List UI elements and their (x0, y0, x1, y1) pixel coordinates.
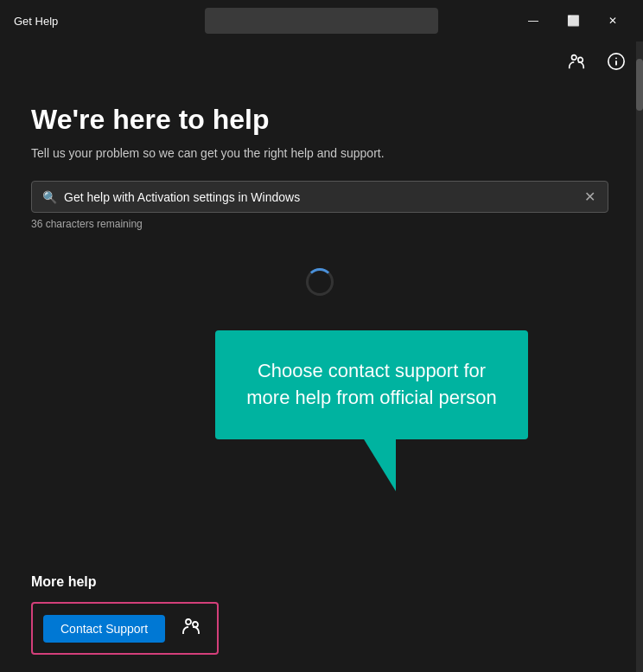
subtext: Tell us your problem so we can get you t… (31, 146, 608, 160)
window-title: Get Help (14, 15, 58, 28)
info-icon-button[interactable] (603, 48, 629, 79)
app-window: Get Help — ⬜ ✕ (0, 0, 643, 672)
search-input-wrapper[interactable]: 🔍 ✕ (31, 181, 608, 213)
svg-point-0 (572, 55, 577, 60)
contact-support-button[interactable]: Contact Support (43, 615, 165, 643)
clear-search-button[interactable]: ✕ (583, 189, 597, 205)
headline: We're here to help (31, 103, 608, 136)
people-icon-button[interactable] (563, 48, 589, 79)
loading-area (31, 251, 608, 330)
svg-point-6 (193, 622, 198, 627)
svg-point-5 (186, 619, 191, 624)
main-content: We're here to help Tell us your problem … (0, 86, 643, 560)
window-controls: — ⬜ ✕ (513, 7, 633, 35)
title-bar: Get Help — ⬜ ✕ (0, 0, 643, 42)
close-button[interactable]: ✕ (593, 7, 633, 35)
title-search-bar[interactable] (205, 8, 438, 34)
action-bar (0, 42, 643, 86)
minimize-button[interactable]: — (513, 7, 553, 35)
tooltip-area: Choose contact support formore help from… (31, 330, 608, 439)
tooltip-text: Choose contact support formore help from… (246, 360, 496, 408)
title-bar-left: Get Help (14, 15, 58, 28)
speech-bubble: Choose contact support formore help from… (215, 330, 527, 439)
maximize-button[interactable]: ⬜ (553, 7, 593, 35)
char-count: 36 characters remaining (31, 218, 608, 230)
loading-spinner (306, 268, 334, 296)
search-container: 🔍 ✕ (31, 181, 608, 213)
more-help-section: More help Contact Support (0, 560, 643, 672)
more-help-buttons-wrapper: Contact Support (31, 602, 219, 655)
title-bar-center (205, 8, 438, 34)
agent-icon-button[interactable] (175, 612, 207, 644)
more-help-title: More help (31, 574, 612, 590)
search-icon: 🔍 (42, 190, 57, 204)
scrollbar-thumb[interactable] (636, 59, 643, 111)
search-input[interactable] (64, 190, 576, 204)
scrollbar[interactable] (636, 42, 643, 672)
